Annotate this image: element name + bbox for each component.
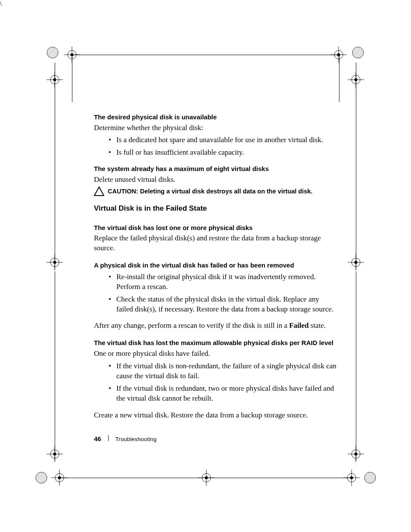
page-footer: 46 Troubleshooting bbox=[94, 435, 337, 442]
bullet-list: Re-install the original physical disk if… bbox=[94, 272, 337, 314]
caution-callout: CAUTION: Deleting a virtual disk destroy… bbox=[94, 187, 337, 196]
list-item: Re-install the original physical disk if… bbox=[109, 272, 337, 292]
paragraph: Replace the failed physical disk(s) and … bbox=[94, 233, 337, 253]
hatched-circle-icon bbox=[352, 47, 364, 59]
crop-line bbox=[60, 478, 350, 478]
caution-label: CAUTION: bbox=[108, 188, 138, 195]
svg-point-48 bbox=[364, 472, 376, 483]
caution-body: Deleting a virtual disk destroys all dat… bbox=[138, 188, 313, 195]
list-item: Is a dedicated hot spare and unavailable… bbox=[109, 135, 337, 145]
page-number: 46 bbox=[94, 435, 101, 442]
crop-line bbox=[55, 62, 55, 269]
subheading: A physical disk in the virtual disk has … bbox=[94, 261, 337, 270]
paragraph: Create a new virtual disk. Restore the d… bbox=[94, 411, 337, 420]
subheading: The system already has a maximum of eigh… bbox=[94, 165, 337, 173]
crop-line bbox=[55, 271, 55, 461]
text: After any change, perform a rescan to ve… bbox=[94, 321, 289, 330]
content-area: The desired physical disk is unavailable… bbox=[94, 113, 337, 420]
bullet-list: If the virtual disk is non-redundant, th… bbox=[94, 361, 337, 404]
paragraph: One or more physical disks have failed. bbox=[94, 349, 337, 359]
caution-triangle-icon bbox=[94, 187, 104, 196]
svg-point-1 bbox=[47, 47, 58, 58]
list-item: If the virtual disk is redundant, two or… bbox=[109, 384, 337, 404]
svg-point-14 bbox=[352, 47, 364, 58]
crop-line bbox=[339, 55, 339, 102]
crop-line bbox=[72, 55, 339, 55]
paragraph: After any change, perform a rescan to ve… bbox=[94, 321, 337, 331]
hatched-circle-icon bbox=[364, 472, 376, 484]
hatched-circle-icon bbox=[35, 472, 47, 484]
subheading: The virtual disk has lost the maximum al… bbox=[94, 339, 337, 347]
footer-section: Troubleshooting bbox=[115, 436, 157, 442]
svg-point-45 bbox=[350, 476, 353, 479]
list-item: If the virtual disk is non-redundant, th… bbox=[109, 361, 337, 381]
subheading: The desired physical disk is unavailable bbox=[94, 113, 337, 121]
crop-line bbox=[356, 62, 356, 269]
paragraph: Determine whether the physical disk: bbox=[94, 123, 337, 133]
bold-text: Failed bbox=[289, 321, 308, 330]
svg-point-31 bbox=[36, 472, 47, 483]
section-heading: Virtual Disk is in the Failed State bbox=[94, 204, 337, 213]
page: \ bbox=[0, 0, 411, 532]
text: state. bbox=[309, 321, 326, 330]
list-item: Check the status of the physical disks i… bbox=[109, 295, 337, 314]
bullet-list: Is a dedicated hot spare and unavailable… bbox=[94, 135, 337, 158]
list-item: Is full or has insufficient available ca… bbox=[109, 148, 337, 158]
paragraph: Delete unused virtual disks. bbox=[94, 175, 337, 185]
crop-line bbox=[356, 271, 356, 461]
hatched-circle-icon bbox=[47, 47, 59, 59]
subheading: The virtual disk has lost one or more ph… bbox=[94, 224, 337, 232]
footer-separator bbox=[108, 435, 109, 441]
caution-text: CAUTION: Deleting a virtual disk destroy… bbox=[108, 187, 312, 196]
svg-marker-49 bbox=[94, 187, 104, 196]
crop-line bbox=[72, 55, 72, 102]
